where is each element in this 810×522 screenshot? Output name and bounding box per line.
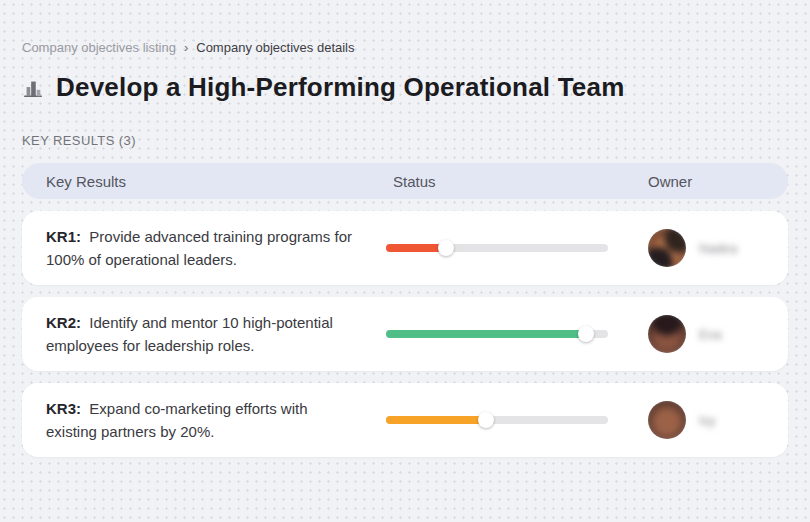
owner-name: Ivy <box>699 413 716 428</box>
kr2-owner: Eva <box>648 315 788 353</box>
slider-fill <box>386 416 486 424</box>
kr2-label: KR2: <box>46 314 85 331</box>
chevron-right-icon: › <box>184 40 188 55</box>
key-result-row-kr3[interactable]: KR3: Expand co-marketing efforts with ex… <box>22 383 788 457</box>
header-key-results: Key Results <box>22 173 386 190</box>
kr3-progress-slider[interactable] <box>386 412 608 428</box>
table-header-row: Key Results Status Owner <box>22 163 788 199</box>
kr3-description: KR3: Expand co-marketing efforts with ex… <box>46 397 386 444</box>
owner-name: Eva <box>699 327 721 342</box>
kr1-progress-slider[interactable] <box>386 240 608 256</box>
header-status: Status <box>386 173 628 190</box>
key-results-count-label: KEY RESULTS (3) <box>22 133 788 148</box>
avatar <box>648 229 686 267</box>
header-owner: Owner <box>628 173 788 190</box>
kr2-description: KR2: Identify and mentor 10 high-potenti… <box>46 311 386 358</box>
avatar <box>648 401 686 439</box>
slider-knob[interactable] <box>478 412 494 428</box>
kr3-label: KR3: <box>46 400 85 417</box>
slider-fill <box>386 244 446 252</box>
kr1-text: Provide advanced training programs for 1… <box>46 228 352 268</box>
breadcrumb-item-details[interactable]: Company objectives details <box>196 40 354 55</box>
kr2-text: Identify and mentor 10 high-potential em… <box>46 314 333 354</box>
avatar <box>648 315 686 353</box>
kr3-owner: Ivy <box>648 401 788 439</box>
kr1-description: KR1: Provide advanced training programs … <box>46 225 386 272</box>
slider-knob[interactable] <box>438 240 454 256</box>
kr3-text: Expand co-marketing efforts with existin… <box>46 400 308 440</box>
slider-knob[interactable] <box>578 326 594 342</box>
slider-fill <box>386 330 586 338</box>
kr1-label: KR1: <box>46 228 85 245</box>
buildings-icon <box>22 77 44 99</box>
breadcrumb: Company objectives listing › Company obj… <box>22 40 788 55</box>
breadcrumb-item-listing[interactable]: Company objectives listing <box>22 40 176 55</box>
kr1-owner: Nadira <box>648 229 788 267</box>
key-result-row-kr1[interactable]: KR1: Provide advanced training programs … <box>22 211 788 285</box>
key-results-table: Key Results Status Owner KR1: Provide ad… <box>22 163 788 457</box>
objective-details-page: Company objectives listing › Company obj… <box>0 0 810 457</box>
page-title: Develop a High-Performing Operational Te… <box>56 72 624 103</box>
kr2-progress-slider[interactable] <box>386 326 608 342</box>
title-row: Develop a High-Performing Operational Te… <box>22 72 788 103</box>
key-result-row-kr2[interactable]: KR2: Identify and mentor 10 high-potenti… <box>22 297 788 371</box>
owner-name: Nadira <box>699 241 737 256</box>
